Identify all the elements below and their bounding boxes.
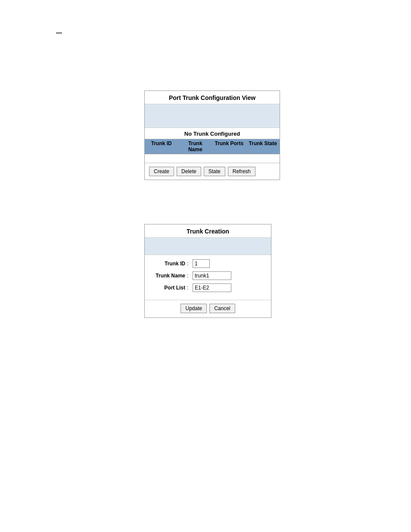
col-trunk-ports: Trunk Ports [212, 139, 246, 154]
delete-button[interactable]: Delete [177, 167, 201, 176]
creation-empty-area [145, 238, 271, 255]
port-trunk-panel-title: Port Trunk Configuration View [145, 91, 280, 104]
col-trunk-name: Trunk Name [179, 139, 213, 154]
state-button[interactable]: State [204, 167, 225, 176]
port-list-separator: : [187, 285, 191, 291]
create-button[interactable]: Create [149, 167, 174, 176]
trunk-button-row: Create Delete State Refresh [145, 163, 280, 180]
table-empty-row [145, 154, 280, 163]
trunk-name-label: Trunk Name [148, 273, 187, 279]
refresh-button[interactable]: Refresh [228, 167, 255, 176]
trunk-id-label: Trunk ID [148, 261, 187, 267]
trunk-name-input[interactable] [193, 271, 231, 280]
trunk-creation-panel: Trunk Creation Trunk ID : Trunk Name : P… [144, 224, 271, 318]
trunk-creation-title: Trunk Creation [145, 224, 271, 238]
trunk-id-separator: : [187, 261, 191, 267]
update-button[interactable]: Update [181, 304, 207, 313]
no-trunk-text: No Trunk Configured [145, 128, 280, 139]
col-trunk-state: Trunk State [246, 139, 280, 154]
cancel-button[interactable]: Cancel [209, 304, 235, 313]
port-list-label: Port List [148, 285, 187, 291]
trunk-id-input[interactable] [193, 259, 210, 268]
trunk-name-separator: : [187, 273, 191, 279]
trunk-table-header: Trunk ID Trunk Name Trunk Ports Trunk St… [145, 139, 280, 154]
trunk-name-row: Trunk Name : [148, 271, 268, 280]
panel-empty-area [145, 104, 280, 128]
creation-button-row: Update Cancel [145, 300, 271, 317]
port-list-row: Port List : [148, 283, 268, 292]
trunk-id-row: Trunk ID : [148, 259, 268, 268]
minimize-icon[interactable]: — [56, 29, 62, 36]
port-list-input[interactable] [193, 283, 231, 292]
creation-form: Trunk ID : Trunk Name : Port List : [145, 255, 271, 300]
col-trunk-id: Trunk ID [145, 139, 179, 154]
port-trunk-panel: Port Trunk Configuration View No Trunk C… [144, 90, 280, 180]
